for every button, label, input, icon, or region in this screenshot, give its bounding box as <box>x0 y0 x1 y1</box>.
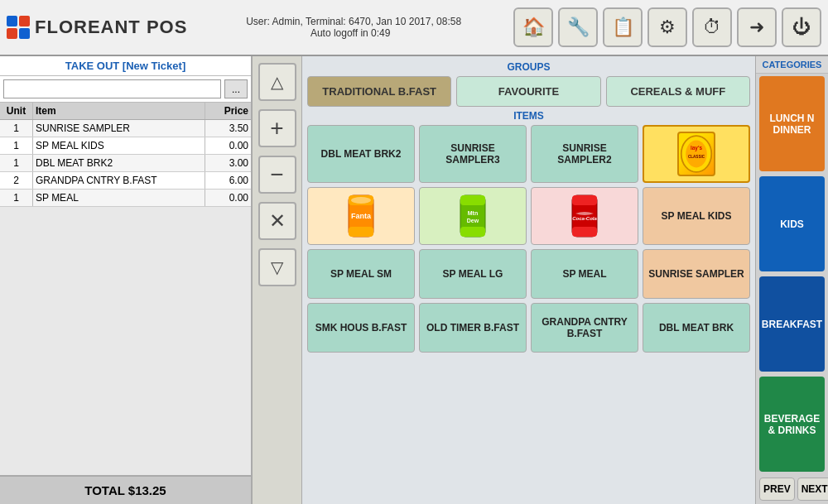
close-button[interactable]: ✕ <box>258 202 296 240</box>
power-button[interactable]: ⏻ <box>782 7 821 47</box>
item-smk-hous-bfast[interactable]: SMK HOUS B.FAST <box>307 303 415 353</box>
row-unit: 1 <box>0 155 33 171</box>
item-sunrise-sampler3[interactable]: SUNRISE SAMPLER3 <box>419 125 527 183</box>
cat-lunch-dinner[interactable]: LUNCH N DINNER <box>759 76 825 171</box>
svg-text:Fanta: Fanta <box>351 212 372 220</box>
cat-kids[interactable]: KIDS <box>759 176 825 271</box>
row-item: SP MEAL KIDS <box>33 137 205 154</box>
content-panel: GROUPS TRADITIONAL B.FAST FAVOURITE CERE… <box>302 56 755 504</box>
groups-label: GROUPS <box>307 61 750 73</box>
item-fanta[interactable]: Fanta <box>307 187 415 245</box>
item-dbl-meat-brk2[interactable]: DBL MEAT BRK2 <box>307 125 415 183</box>
header: FLOREANT POS User: Admin, Terminal: 6470… <box>0 0 828 56</box>
next-button[interactable]: NEXT <box>797 478 828 501</box>
row-item: SP MEAL <box>33 190 205 206</box>
svg-rect-15 <box>572 195 597 205</box>
items-label: ITEMS <box>307 110 750 122</box>
timer-button[interactable]: ⏱ <box>692 7 732 47</box>
row-unit: 1 <box>0 137 33 154</box>
svg-rect-10 <box>460 195 485 205</box>
ticket-search-input[interactable] <box>3 79 221 98</box>
svg-text:Dew: Dew <box>467 218 479 223</box>
col-item-header: Item <box>33 103 205 119</box>
table-row[interactable]: 1 SP MEAL KIDS 0.00 <box>0 137 251 155</box>
groups-section: GROUPS TRADITIONAL B.FAST FAVOURITE CERE… <box>302 56 755 110</box>
row-item: GRANDPA CNTRY B.FAST <box>33 172 205 189</box>
app-logo-text: FLOREANT POS <box>35 17 187 38</box>
cat-nav: PREV NEXT <box>756 474 828 504</box>
user-settings-button[interactable]: ⚙ <box>647 7 687 47</box>
item-sunrise-sampler[interactable]: SUNRISE SAMPLER <box>643 249 750 299</box>
row-price: 0.00 <box>205 190 251 206</box>
tools-button[interactable]: 🔧 <box>558 7 598 47</box>
logo-icon <box>7 16 30 39</box>
up-arrow-button[interactable]: △ <box>258 63 296 101</box>
col-price-header: Price <box>205 103 251 119</box>
ticket-column-headers: Unit Item Price <box>0 103 251 120</box>
svg-rect-16 <box>572 227 597 237</box>
groups-row: TRADITIONAL B.FAST FAVOURITE CEREALS & M… <box>307 76 750 107</box>
cat-breakfast[interactable]: BREAKFAST <box>759 276 825 372</box>
svg-rect-11 <box>460 227 485 237</box>
row-item: DBL MEAT BRK2 <box>33 155 205 171</box>
row-price: 3.00 <box>205 155 251 171</box>
row-price: 3.50 <box>205 120 251 137</box>
svg-text:lay's: lay's <box>691 145 702 151</box>
group-traditional-bfast[interactable]: TRADITIONAL B.FAST <box>307 76 451 107</box>
item-old-timer-bfast[interactable]: OLD TIMER B.FAST <box>419 303 527 353</box>
home-button[interactable]: 🏠 <box>513 7 553 47</box>
list-button[interactable]: 📋 <box>603 7 643 47</box>
item-sp-meal[interactable]: SP MEAL <box>531 249 638 299</box>
item-sunrise-sampler2[interactable]: SUNRISE SAMPLER2 <box>531 125 638 183</box>
ticket-rows: 1 SUNRISE SAMPLER 3.50 1 SP MEAL KIDS 0.… <box>0 120 251 475</box>
svg-text:CLASSIC: CLASSIC <box>688 155 705 159</box>
row-price: 0.00 <box>205 137 251 154</box>
logo-area: FLOREANT POS <box>7 16 187 39</box>
main-content: TAKE OUT [New Ticket] ... Unit Item Pric… <box>0 56 828 504</box>
header-buttons: 🏠 🔧 📋 ⚙ ⏱ ➜ ⏻ <box>513 7 821 47</box>
item-sp-meal-lg[interactable]: SP MEAL LG <box>419 249 527 299</box>
ticket-header: TAKE OUT [New Ticket] <box>0 56 251 76</box>
svg-rect-6 <box>349 227 373 237</box>
row-unit: 2 <box>0 172 33 189</box>
ticket-search-button[interactable]: ... <box>224 79 248 98</box>
row-price: 6.00 <box>205 172 251 189</box>
row-item: SUNRISE SAMPLER <box>33 120 205 137</box>
categories-panel: CATEGORIES LUNCH N DINNER KIDS BREAKFAST… <box>755 56 828 504</box>
table-row[interactable]: 1 SP MEAL 0.00 <box>0 190 251 207</box>
col-unit-header: Unit <box>0 103 33 119</box>
controls-panel: △ + − ✕ ▽ <box>253 56 302 504</box>
header-center: User: Admin, Terminal: 6470, Jan 10 2017… <box>187 16 513 39</box>
svg-text:Coca-Cola: Coca-Cola <box>572 216 597 221</box>
items-section: ITEMS DBL MEAT BRK2 SUNRISE SAMPLER3 SUN… <box>302 110 755 504</box>
item-mtn-dew[interactable]: Mtn Dew <box>419 187 527 245</box>
row-unit: 1 <box>0 190 33 206</box>
ticket-total: TOTAL $13.25 <box>0 475 251 504</box>
svg-text:Mtn: Mtn <box>468 210 478 216</box>
item-lays[interactable]: lay's CLASSIC <box>643 125 750 183</box>
item-sp-meal-kids[interactable]: SP MEAL KIDS <box>643 187 750 245</box>
categories-label: CATEGORIES <box>756 56 828 74</box>
table-row[interactable]: 1 DBL MEAT BRK2 3.00 <box>0 155 251 172</box>
row-unit: 1 <box>0 120 33 137</box>
item-dbl-meat-brk[interactable]: DBL MEAT BRK <box>643 303 750 353</box>
svg-point-7 <box>351 197 371 204</box>
forward-button[interactable]: ➜ <box>737 7 777 47</box>
down-arrow-button[interactable]: ▽ <box>258 248 296 286</box>
ticket-search-row: ... <box>0 76 251 103</box>
lays-image: lay's CLASSIC <box>677 132 715 176</box>
plus-button[interactable]: + <box>258 109 296 147</box>
item-cola[interactable]: Coca-Cola <box>531 187 638 245</box>
items-grid: DBL MEAT BRK2 SUNRISE SAMPLER3 SUNRISE S… <box>307 125 750 353</box>
group-favourite[interactable]: FAVOURITE <box>456 76 600 107</box>
item-grandpa-cntry-bfast[interactable]: GRANDPA CNTRY B.FAST <box>531 303 638 353</box>
table-row[interactable]: 1 SUNRISE SAMPLER 3.50 <box>0 120 251 137</box>
group-cereals-muff[interactable]: CEREALS & MUFF <box>606 76 750 107</box>
ticket-panel: TAKE OUT [New Ticket] ... Unit Item Pric… <box>0 56 253 504</box>
cat-beverage[interactable]: BEVERAGE & DRINKS <box>759 377 825 472</box>
user-info: User: Admin, Terminal: 6470, Jan 10 2017… <box>246 16 461 27</box>
prev-button[interactable]: PREV <box>759 478 795 501</box>
item-sp-meal-sm[interactable]: SP MEAL SM <box>307 249 415 299</box>
table-row[interactable]: 2 GRANDPA CNTRY B.FAST 6.00 <box>0 172 251 190</box>
minus-button[interactable]: − <box>258 156 296 194</box>
